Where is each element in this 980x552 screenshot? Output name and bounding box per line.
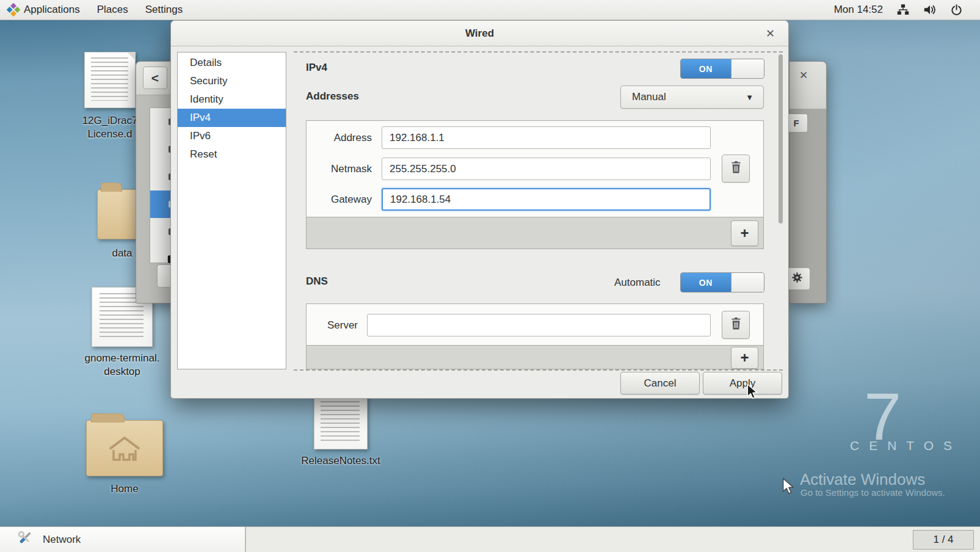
places-menu[interactable]: Places	[89, 0, 137, 20]
secondary-cursor	[782, 478, 796, 497]
dialog-scrollbar[interactable]	[779, 54, 783, 223]
dns-add-strip: +	[306, 346, 764, 369]
toggle-knob	[731, 273, 764, 292]
document-icon	[84, 52, 136, 108]
sidebar-item-security[interactable]: Security	[178, 72, 286, 90]
taskbar-window-label: Network	[43, 534, 81, 546]
addresses-label: Addresses	[306, 90, 359, 103]
applications-menu-label: Applications	[24, 4, 80, 16]
back-button[interactable]: <	[143, 67, 167, 89]
gateway-input[interactable]	[382, 188, 711, 211]
cancel-button[interactable]: Cancel	[620, 372, 700, 394]
home-glyph-icon	[105, 434, 144, 465]
mouse-cursor	[746, 383, 760, 402]
network-tray-icon[interactable]	[896, 3, 910, 16]
address-input[interactable]	[382, 126, 711, 149]
activate-windows-subtext: Go to Settings to activate Windows.	[800, 487, 945, 498]
plus-icon: +	[740, 226, 749, 241]
toggle-knob	[731, 59, 764, 78]
close-icon[interactable]: ✕	[766, 21, 775, 46]
delete-dns-server-button[interactable]	[722, 311, 750, 339]
scroll-top-divider	[294, 51, 783, 53]
dns-server-panel: Server	[306, 303, 764, 346]
address-method-dropdown[interactable]: Manual ▼	[620, 85, 764, 109]
home-folder-icon	[86, 420, 163, 476]
delete-address-button[interactable]	[722, 154, 750, 183]
chevron-down-icon: ▼	[746, 93, 753, 102]
wired-dialog: Wired ✕ Details Security Identity IPv4 I…	[170, 20, 789, 399]
dialog-titlebar[interactable]: Wired ✕	[171, 21, 788, 46]
ipv4-section-label: IPv4	[306, 62, 327, 74]
trash-icon	[730, 161, 742, 176]
close-icon[interactable]: ✕	[799, 69, 808, 82]
dns-server-input[interactable]	[367, 314, 711, 336]
bottom-taskbar: Network 1 / 4	[0, 526, 980, 552]
add-address-button[interactable]: +	[731, 220, 758, 246]
desktop-icon-home[interactable]: Home	[84, 420, 165, 496]
power-icon[interactable]	[950, 4, 963, 16]
address-add-strip: +	[306, 217, 764, 249]
taskbar-window-network[interactable]: Network	[0, 527, 246, 552]
document-icon	[314, 396, 368, 449]
sidebar-item-reset[interactable]: Reset	[178, 145, 286, 164]
desktop-screen: 7 CENTOS Activate Windows Go to Settings…	[0, 0, 980, 552]
netmask-label: Netmask	[307, 163, 372, 175]
apply-button[interactable]: Apply	[703, 372, 782, 394]
address-panel: Address Netmask Gateway	[306, 120, 764, 217]
gear-icon	[791, 271, 804, 286]
dropdown-value: Manual	[632, 91, 666, 103]
tools-icon	[16, 529, 34, 550]
desktop-icon-releasenotes[interactable]: ReleaseNotes.txt	[286, 396, 396, 468]
plus-icon: +	[740, 350, 749, 365]
applications-menu[interactable]: Applications	[0, 0, 89, 20]
settings-menu[interactable]: Settings	[137, 0, 191, 20]
dns-section-label: DNS	[306, 275, 328, 288]
workspace-pager[interactable]: 1 / 4	[913, 530, 974, 550]
volume-icon[interactable]	[923, 3, 937, 16]
centos-logo-icon	[7, 3, 21, 17]
dns-automatic-label: Automatic	[614, 277, 661, 289]
netmask-input[interactable]	[382, 158, 711, 180]
dialog-sidebar: Details Security Identity IPv4 IPv6 Rese…	[177, 52, 286, 369]
clock[interactable]: Mon 14:52	[834, 4, 883, 16]
toggle-on-label: ON	[681, 273, 731, 292]
add-dns-server-button[interactable]: +	[731, 347, 758, 369]
centos-brand-watermark: CENTOS	[850, 438, 962, 453]
gateway-label: Gateway	[307, 194, 372, 206]
ipv4-toggle[interactable]: ON	[680, 59, 764, 79]
address-label: Address	[307, 132, 372, 144]
sidebar-item-identity[interactable]: Identity	[178, 90, 286, 109]
trash-icon	[730, 318, 742, 332]
sidebar-item-ipv6[interactable]: IPv6	[178, 127, 286, 145]
background-window-network: ✕ F	[789, 61, 827, 303]
server-label: Server	[307, 319, 358, 332]
top-panel: Applications Places Settings Mon 14:52	[0, 0, 980, 20]
toggle-on-label: ON	[681, 59, 731, 78]
activate-windows-text: Activate Windows	[800, 470, 925, 489]
dialog-title: Wired	[465, 27, 494, 40]
sidebar-item-ipv4[interactable]: IPv4	[178, 109, 286, 127]
dns-automatic-toggle[interactable]: ON	[680, 272, 764, 292]
scroll-bottom-divider	[294, 369, 783, 371]
sidebar-item-details[interactable]: Details	[178, 54, 286, 72]
